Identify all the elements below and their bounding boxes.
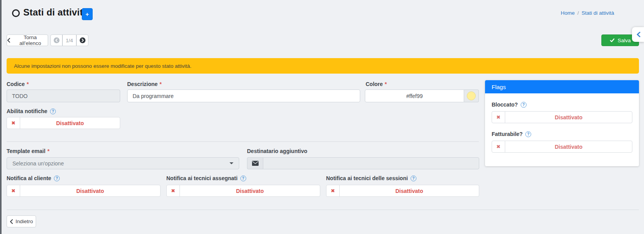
envelope-icon	[252, 161, 259, 166]
back-to-list-label: Torna all'elenco	[13, 34, 48, 46]
descrizione-label: Descrizione*	[127, 81, 162, 87]
x-icon: ✖	[492, 112, 505, 123]
color-swatch-icon[interactable]	[467, 91, 476, 100]
panel-collapse-tab[interactable]	[632, 27, 644, 42]
check-icon	[609, 38, 615, 43]
help-icon[interactable]: ?	[411, 176, 416, 181]
help-icon[interactable]: ?	[521, 102, 527, 108]
codice-label: Codice*	[7, 81, 29, 87]
back-button[interactable]: Indietro	[7, 215, 36, 227]
breadcrumb: Home / Stati di attività	[561, 10, 614, 16]
arrow-circle-right-icon	[79, 37, 86, 43]
template-email-label: Template email*	[7, 148, 50, 154]
section-divider	[7, 141, 479, 142]
plus-icon: +	[86, 11, 89, 17]
chevron-left-icon	[7, 38, 10, 43]
save-label: Salva	[618, 38, 631, 43]
abilita-notifiche-toggle[interactable]: ✖ Disattivato	[7, 117, 120, 129]
pager-prev-button[interactable]	[50, 34, 62, 46]
colore-input-group: #ffef99	[365, 89, 479, 102]
notifica-tecnici-assegnati-label: Notifica ai tecnici assegnati ?	[166, 175, 246, 181]
flags-panel: Flags Bloccato? ? ✖ Disattivato Fatturab…	[485, 80, 639, 166]
help-icon[interactable]: ?	[240, 176, 246, 181]
warning-alert: Alcune impostazioni non possono essere m…	[7, 58, 639, 74]
colore-swatch-addon	[464, 89, 479, 102]
abilita-notifiche-label: Abilita notifiche ?	[7, 108, 56, 114]
breadcrumb-current-link[interactable]: Stati di attività	[582, 10, 614, 16]
breadcrumb-home-link[interactable]: Home	[561, 10, 575, 16]
fatturabile-toggle[interactable]: ✖ Disattivato	[492, 141, 632, 153]
bloccato-toggle[interactable]: ✖ Disattivato	[492, 111, 632, 123]
arrow-circle-left-icon	[54, 37, 60, 43]
chevron-left-icon	[10, 219, 13, 224]
notifica-tecnici-sessioni-label: Notifica ai tecnici delle sessioni ?	[326, 175, 416, 181]
x-icon: ✖	[7, 117, 20, 129]
back-label: Indietro	[16, 219, 33, 224]
activity-state-icon	[12, 9, 20, 17]
toggle-state-label: Disattivato	[20, 185, 160, 196]
footer-divider	[7, 210, 639, 210]
x-icon: ✖	[7, 185, 20, 196]
collapsed-sidebar-strip	[0, 0, 2, 234]
x-icon: ✖	[167, 185, 180, 196]
bloccato-label: Bloccato? ?	[492, 102, 527, 108]
x-icon: ✖	[326, 185, 340, 196]
destinatario-input[interactable]	[263, 157, 479, 169]
toggle-state-label: Disattivato	[505, 141, 632, 152]
help-icon[interactable]: ?	[525, 131, 531, 137]
fatturabile-label: Fatturabile? ?	[492, 131, 531, 137]
select-placeholder: Seleziona un'opzione	[12, 160, 64, 167]
add-button[interactable]: +	[82, 8, 93, 20]
flags-panel-header: Flags	[485, 80, 639, 93]
codice-input[interactable]: TODO	[7, 89, 120, 102]
back-to-list-button[interactable]: Torna all'elenco	[7, 34, 48, 46]
destinatario-label: Destinatario aggiuntivo	[247, 148, 307, 154]
warning-alert-text: Alcune impostazioni non possono essere m…	[14, 63, 192, 69]
breadcrumb-separator: /	[577, 10, 579, 16]
page-title: Stati di attività	[23, 7, 88, 18]
template-email-select[interactable]: Seleziona un'opzione	[7, 157, 239, 169]
x-icon: ✖	[492, 141, 505, 152]
toggle-state-label: Disattivato	[20, 117, 120, 129]
toggle-state-label: Disattivato	[340, 185, 479, 196]
colore-label: Colore*	[366, 81, 387, 87]
notifica-cliente-label: Notifica al cliente ?	[7, 175, 60, 181]
record-pager: 1/4	[50, 34, 88, 46]
envelope-addon	[247, 157, 263, 169]
toggle-state-label: Disattivato	[505, 112, 632, 123]
toggle-state-label: Disattivato	[180, 185, 320, 196]
help-icon[interactable]: ?	[54, 176, 60, 181]
pager-count: 1/4	[62, 34, 76, 46]
notifica-cliente-toggle[interactable]: ✖ Disattivato	[7, 185, 161, 197]
flags-panel-title: Flags	[492, 84, 506, 90]
help-icon[interactable]: ?	[50, 108, 56, 114]
chevron-left-blue-icon	[636, 31, 641, 38]
notifica-tecnici-sessioni-toggle[interactable]: ✖ Disattivato	[326, 185, 479, 197]
chevron-down-icon	[230, 162, 233, 164]
notifica-tecnici-assegnati-toggle[interactable]: ✖ Disattivato	[166, 185, 320, 197]
destinatario-input-group	[247, 157, 479, 169]
colore-input[interactable]: #ffef99	[365, 89, 464, 102]
descrizione-input[interactable]: Da programmare	[127, 89, 360, 102]
pager-next-button[interactable]	[76, 34, 88, 46]
